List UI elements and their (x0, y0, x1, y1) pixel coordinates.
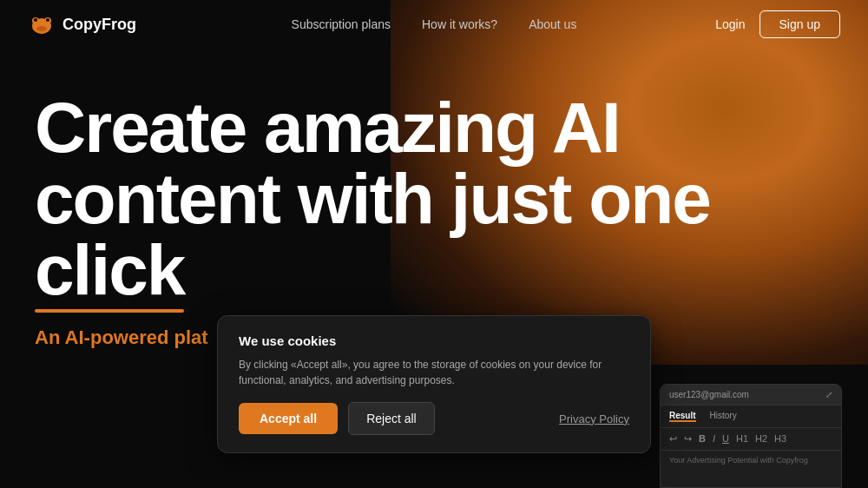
nav-actions: Login Sign up (715, 10, 840, 38)
hero-title: Create amazing AI content with just one … (35, 92, 833, 306)
privacy-policy-link[interactable]: Privacy Policy (559, 412, 629, 425)
hero-line3: content with just one click (35, 163, 833, 306)
preview-content: Your Advertising Potential with Copyfrog (661, 451, 841, 470)
login-button[interactable]: Login (715, 17, 745, 31)
accept-all-button[interactable]: Accept all (239, 403, 338, 434)
toolbar-italic[interactable]: I (713, 433, 715, 445)
preview-toolbar: ↩ ↪ B I U H1 H2 H3 (661, 428, 841, 451)
cookie-banner: We use cookies By clicking «Accept all»,… (217, 315, 651, 453)
toolbar-undo[interactable]: ↩ (669, 433, 677, 445)
cookie-title: We use cookies (239, 333, 629, 348)
toolbar-h2[interactable]: H2 (755, 433, 767, 445)
nav-subscription-plans[interactable]: Subscription plans (292, 17, 391, 31)
nav-about-us[interactable]: About us (529, 17, 576, 31)
toolbar-h3[interactable]: H3 (774, 433, 786, 445)
cookie-body: By clicking «Accept all», you agree to t… (239, 357, 629, 388)
tab-result[interactable]: Result (669, 411, 696, 422)
preview-expand-icon[interactable]: ⤢ (825, 390, 832, 399)
svg-point-5 (36, 26, 47, 31)
logo[interactable]: CopyFrog (28, 10, 136, 38)
toolbar-redo[interactable]: ↪ (684, 433, 692, 445)
svg-point-3 (34, 18, 37, 22)
toolbar-bold[interactable]: B (699, 433, 706, 445)
tab-history[interactable]: History (710, 411, 737, 422)
signup-button[interactable]: Sign up (760, 10, 840, 38)
preview-topbar: user123@gmail.com ⤢ (661, 385, 841, 406)
cookie-actions: Accept all Reject all Privacy Policy (239, 402, 629, 435)
reject-all-button[interactable]: Reject all (348, 402, 435, 435)
toolbar-underline[interactable]: U (722, 433, 729, 445)
hero-line1: Create (35, 88, 246, 167)
svg-point-4 (46, 18, 49, 22)
hero-line2: amazing AI (264, 88, 620, 167)
preview-panel: user123@gmail.com ⤢ Result History ↩ ↪ B… (660, 384, 842, 488)
preview-content-text: Your Advertising Potential with Copyfrog (669, 456, 808, 465)
nav-how-it-works[interactable]: How it works? (422, 17, 497, 31)
navbar: CopyFrog Subscription plans How it works… (0, 0, 868, 49)
brand-name: CopyFrog (62, 16, 136, 34)
toolbar-h1[interactable]: H1 (736, 433, 748, 445)
frog-icon (28, 10, 56, 38)
nav-links: Subscription plans How it works? About u… (292, 17, 577, 31)
hero-word-click: click (35, 234, 184, 306)
preview-email: user123@gmail.com (669, 390, 749, 399)
preview-tabs: Result History (661, 406, 841, 428)
hero-section: Create amazing AI content with just one … (0, 49, 868, 349)
